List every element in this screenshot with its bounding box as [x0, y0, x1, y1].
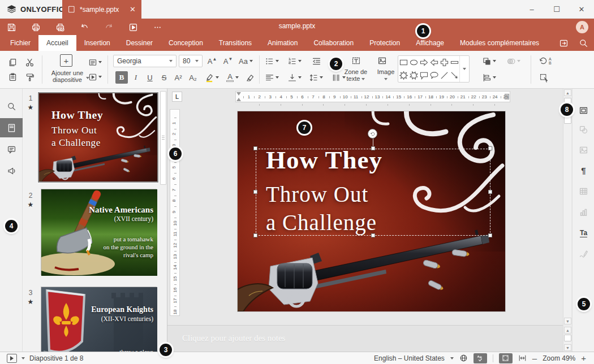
change-case-button[interactable]: Aa: [238, 55, 254, 67]
start-slideshow-statusbar-button[interactable]: [7, 354, 17, 363]
shape-arrow-right-icon[interactable]: [419, 58, 429, 67]
tab-transitions[interactable]: Transitions: [211, 35, 260, 51]
superscript-button[interactable]: A²: [172, 71, 184, 84]
editor-canvas[interactable]: L 12345678910111213141516171819202122232…: [167, 89, 563, 325]
shape-line-icon[interactable]: [440, 71, 449, 80]
close-tab-icon[interactable]: ✕: [130, 5, 136, 14]
redo-button[interactable]: [103, 21, 114, 33]
bold-button[interactable]: B: [115, 71, 128, 84]
tab-protection[interactable]: Protection: [361, 35, 408, 51]
language-chevron-icon[interactable]: [450, 357, 454, 359]
open-file-location-icon[interactable]: [559, 38, 569, 48]
document-tab[interactable]: *sample.pptx ✕: [62, 0, 141, 19]
scroll-down-icon[interactable]: ▼: [564, 318, 571, 324]
scroll-up-icon[interactable]: ▲: [564, 327, 571, 333]
shape-plus-icon[interactable]: [440, 58, 449, 67]
arrange-shape-button[interactable]: [481, 55, 497, 67]
paragraph-settings-button[interactable]: ¶: [573, 161, 594, 179]
current-slide[interactable]: How They Throw Out a Challenge: [238, 111, 505, 311]
vertical-ruler[interactable]: 123456789101112131415161718: [170, 109, 180, 316]
resize-handle-e[interactable]: [488, 190, 492, 194]
preview-slideshow-button[interactable]: [88, 70, 102, 84]
canvas-scrollbar[interactable]: ▲ ▼: [563, 89, 571, 325]
scroll-up-icon[interactable]: ▲: [564, 89, 571, 96]
vertical-align-button[interactable]: [286, 71, 303, 84]
tab-accueil[interactable]: Accueil: [38, 35, 76, 51]
shape-arrow-line-icon[interactable]: [450, 71, 459, 80]
font-name-combobox[interactable]: Georgia: [113, 55, 177, 67]
resize-handle-ne[interactable]: [488, 146, 492, 150]
italic-button[interactable]: I: [130, 71, 142, 84]
font-color-button[interactable]: A: [225, 71, 240, 84]
notes-area[interactable]: Cliquez pour ajouter des notes: [167, 325, 563, 352]
shape-gallery-more-icon[interactable]: [459, 56, 469, 82]
slide-settings-button[interactable]: [573, 101, 594, 119]
highlight-color-button[interactable]: [204, 71, 220, 84]
quick-print-button[interactable]: [54, 21, 66, 33]
tab-collaboration[interactable]: Collaboration: [305, 35, 361, 51]
strikethrough-button[interactable]: S: [158, 71, 170, 84]
change-layout-button[interactable]: [88, 55, 102, 69]
tab-animation[interactable]: Animation: [260, 35, 305, 51]
resize-handle-n[interactable]: [371, 146, 375, 150]
tab-fichier[interactable]: Fichier: [2, 35, 38, 51]
tab-modules-compl-mentaires[interactable]: Modules complémentaires: [452, 35, 547, 51]
slide-thumbnail-3[interactable]: European Knights (XII-XVI centuries) thr…: [41, 287, 157, 352]
first-line-indent-marker[interactable]: [236, 92, 241, 96]
horizontal-ruler[interactable]: 1234567891011121314151617181920212223242…: [235, 91, 510, 102]
shape-callout-rectangle-icon[interactable]: [419, 71, 429, 80]
minimize-button[interactable]: –: [519, 0, 544, 19]
spell-check-button[interactable]: [474, 353, 487, 363]
slide-thumbnail-1[interactable]: How They Throw Out a Challenge: [38, 92, 158, 183]
rotate-shape-button[interactable]: AB: [537, 55, 553, 67]
tab-affichage[interactable]: Affichage: [408, 35, 452, 51]
clear-style-button[interactable]: [243, 71, 256, 84]
subscript-button[interactable]: A₂: [187, 71, 199, 84]
shape-explosion-2-icon[interactable]: [409, 71, 419, 80]
save-button[interactable]: [6, 21, 17, 33]
shape-rectangle-icon[interactable]: [399, 58, 408, 67]
copy-button[interactable]: [6, 55, 19, 69]
resize-handle-s[interactable]: [371, 233, 375, 237]
format-painter-button[interactable]: [23, 70, 36, 84]
thumbnails-scrollbar[interactable]: [160, 91, 166, 185]
start-slideshow-button[interactable]: [127, 21, 139, 33]
cut-button[interactable]: [23, 55, 36, 69]
find-button[interactable]: [0, 97, 23, 116]
slide-thumbnail-2[interactable]: Native Americans (XVII century) put a to…: [41, 189, 157, 275]
fit-to-slide-button[interactable]: [499, 353, 513, 363]
line-spacing-button[interactable]: [308, 71, 324, 84]
slides-panel-button[interactable]: [0, 118, 23, 137]
notes-scrollbar[interactable]: ▲ ▼: [563, 326, 571, 352]
shape-explosion-1-icon[interactable]: [399, 71, 408, 80]
left-indent-marker[interactable]: [236, 98, 241, 101]
undo-button[interactable]: [79, 21, 90, 33]
zoom-in-button[interactable]: +: [581, 353, 586, 363]
search-icon[interactable]: [579, 38, 588, 48]
feedback-button[interactable]: [0, 161, 23, 180]
paste-button[interactable]: [6, 70, 19, 84]
align-left-button[interactable]: [264, 71, 280, 84]
fit-to-width-button[interactable]: [518, 354, 527, 362]
zoom-level[interactable]: Zoom 49%: [543, 354, 575, 362]
align-shape-button[interactable]: [481, 71, 497, 84]
avatar[interactable]: A: [576, 21, 588, 33]
shape-ellipse-icon[interactable]: [409, 58, 419, 67]
textart-settings-button[interactable]: Ta: [573, 224, 594, 242]
notes-scrollbar-thumb[interactable]: [564, 335, 571, 341]
close-button[interactable]: ✕: [569, 0, 594, 19]
tab-dessiner[interactable]: Dessiner: [118, 35, 161, 51]
numbering-button[interactable]: [286, 55, 303, 67]
rotation-handle[interactable]: [368, 129, 377, 138]
tab-conception[interactable]: Conception: [161, 35, 211, 51]
tab-insertion[interactable]: Insertion: [76, 35, 118, 51]
shape-minus-icon[interactable]: [450, 58, 459, 67]
scroll-down-icon[interactable]: ▼: [564, 344, 571, 351]
set-language-globe-icon[interactable]: [459, 354, 468, 362]
more-options-icon[interactable]: [152, 21, 163, 33]
shape-arrow-left-icon[interactable]: [429, 58, 439, 67]
comments-button[interactable]: [0, 140, 23, 159]
language-selector[interactable]: English – United States: [374, 354, 445, 362]
font-size-combobox[interactable]: 80: [179, 55, 203, 67]
resize-handle-nw[interactable]: [253, 146, 257, 150]
